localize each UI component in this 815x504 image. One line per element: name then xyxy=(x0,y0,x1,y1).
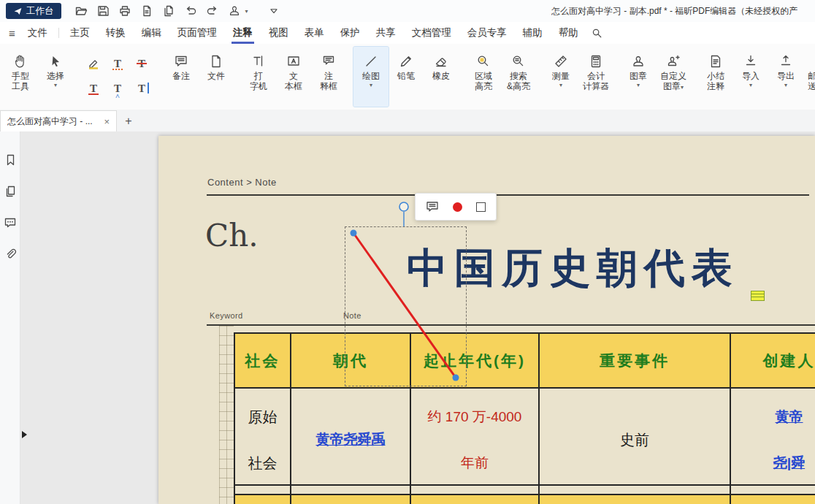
menu-view[interactable]: 视图 xyxy=(261,22,296,44)
workspace-button[interactable]: 工作台 xyxy=(6,3,61,19)
panel-expand-handle[interactable] xyxy=(22,431,27,438)
quick-tool-caret-icon[interactable]: ▾ xyxy=(245,8,248,15)
callout-tool[interactable]: 注 释框 xyxy=(311,47,346,107)
select-tool[interactable]: 选择 ▾ xyxy=(38,47,73,107)
founder-link[interactable]: 黄帝 xyxy=(731,408,815,427)
import-comments-tool[interactable]: 导入 ▾ xyxy=(733,47,768,107)
area-highlight-tool[interactable]: 区域 高亮 xyxy=(466,47,501,107)
menu-doc-management[interactable]: 文档管理 xyxy=(404,22,459,44)
customize-toolbar-icon[interactable] xyxy=(264,2,283,20)
stamp-caret-icon: ▾ xyxy=(637,82,640,88)
menu-home[interactable]: 主页 xyxy=(62,22,98,44)
ruler-icon xyxy=(554,52,568,71)
document-tab[interactable]: 怎么面对高中学习 - ... × xyxy=(0,110,117,131)
notebook-rule xyxy=(207,194,809,196)
stamp-tool[interactable]: 图章 ▾ xyxy=(621,47,656,107)
menu-file[interactable]: 文件 xyxy=(20,22,56,44)
file-attachment-tool[interactable]: 文件 xyxy=(199,47,234,107)
menu-edit[interactable]: 编辑 xyxy=(134,22,169,44)
events-cell: 史前 xyxy=(540,389,731,486)
file-icon xyxy=(209,52,223,71)
pencil-icon xyxy=(399,52,413,71)
note-group: 备注 文件 xyxy=(162,44,235,110)
founder-cell: 黄帝 尧|舜 xyxy=(731,389,815,486)
eraser-tool[interactable]: 橡皮 xyxy=(424,47,459,107)
pages-panel-icon[interactable] xyxy=(4,185,17,198)
insert-text-icon[interactable]: T xyxy=(107,79,129,98)
main-area: Content > Note Ch. 中国历史朝代表 Keyword Note … xyxy=(0,131,815,504)
replace-text-icon[interactable]: T xyxy=(131,79,153,98)
annotation-selection-box[interactable] xyxy=(345,226,467,386)
years-cell: 约 170 万-4000 年前 xyxy=(411,389,540,486)
menu-protect[interactable]: 保护 xyxy=(332,22,368,44)
highlight-icon[interactable] xyxy=(83,54,104,73)
custom-stamp-tool[interactable]: 自定义 图章▾ xyxy=(656,47,691,107)
line-color-swatch[interactable] xyxy=(453,202,462,212)
print-page-icon[interactable] xyxy=(137,2,156,20)
table-row: 原始 社会 黄帝尧舜禹 约 170 万-4000 年前 史前 黄帝 xyxy=(235,389,815,486)
open-icon[interactable] xyxy=(72,2,91,20)
quick-tool-stamp-icon[interactable] xyxy=(225,2,244,20)
tab-close-icon[interactable]: × xyxy=(104,116,110,127)
measure-group: 测量 ▾ 会计 计算器 xyxy=(542,44,615,110)
measure-tool[interactable]: 测量 ▾ xyxy=(543,47,578,107)
new-tab-button[interactable]: + xyxy=(120,112,137,130)
chapter-label: Ch. xyxy=(205,218,259,253)
menu-bar: ≡ 文件 主页 转换 编辑 页面管理 注释 视图 表单 保护 共享 文档管理 会… xyxy=(0,22,815,45)
title-bar: 工作台 ▾ 怎么面对高中学习 - 副本.pdf * - 福昕PDF编辑器（未经授… xyxy=(0,0,815,23)
comments-panel-icon[interactable] xyxy=(4,216,17,229)
print-icon[interactable] xyxy=(115,2,134,20)
attachments-panel-icon[interactable] xyxy=(4,248,17,261)
ribbon: 手型 工具 选择 ▾ T T T T T 备注 文件 xyxy=(0,44,815,110)
strikeout-icon[interactable]: T xyxy=(131,54,153,73)
add-comment-icon[interactable] xyxy=(426,201,439,213)
cursor-icon xyxy=(48,52,63,71)
undo-icon[interactable] xyxy=(181,2,200,20)
table-next-header-row xyxy=(235,495,815,504)
window-title: 怎么面对高中学习 - 副本.pdf * - 福昕PDF编辑器（未经授权的产 xyxy=(551,0,815,22)
measure-caret-icon: ▾ xyxy=(559,82,562,88)
graph-paper-grid xyxy=(219,326,234,504)
summary-comments-tool[interactable]: 小结 注释 xyxy=(698,47,733,107)
search-highlight-tool[interactable]: 搜索 &高亮 xyxy=(501,47,536,107)
pdf-page[interactable]: Content > Note Ch. 中国历史朝代表 Keyword Note … xyxy=(158,136,815,504)
select-caret-icon: ▾ xyxy=(54,82,57,88)
text-box-tool[interactable]: 文 本框 xyxy=(276,47,311,107)
note-annotation-icon[interactable] xyxy=(751,291,765,301)
draw-tool[interactable]: 绘图 ▾ xyxy=(353,47,389,107)
hand-icon xyxy=(12,52,28,71)
menu-share[interactable]: 共享 xyxy=(368,22,404,44)
save-icon[interactable] xyxy=(93,2,112,20)
pointer-group: 手型 工具 选择 ▾ xyxy=(1,44,74,110)
email-fdf-tool[interactable]: 邮件发 送FDF xyxy=(803,47,815,107)
document-canvas[interactable]: Content > Note Ch. 中国历史朝代表 Keyword Note … xyxy=(20,131,815,504)
hamburger-icon[interactable]: ≡ xyxy=(9,27,15,39)
export-comments-tool[interactable]: 导出 ▾ xyxy=(768,47,803,107)
note-tool[interactable]: 备注 xyxy=(164,47,199,107)
menu-member[interactable]: 会员专享 xyxy=(459,22,515,44)
redo-icon[interactable] xyxy=(203,2,222,20)
squiggly-underline-icon[interactable]: T xyxy=(107,54,129,73)
fill-shape-swatch[interactable] xyxy=(476,202,486,212)
typewriter-tool[interactable]: 打 字机 xyxy=(241,47,276,107)
search-icon[interactable] xyxy=(591,27,602,39)
bookmarks-panel-icon[interactable] xyxy=(4,153,17,167)
pencil-tool[interactable]: 铅笔 xyxy=(389,47,424,107)
dynasty-link[interactable]: 黄帝尧舜禹 xyxy=(291,430,410,449)
menu-comment[interactable]: 注释 xyxy=(225,22,261,44)
founder-link[interactable]: 尧|舜 xyxy=(731,454,815,473)
menu-convert[interactable]: 转换 xyxy=(98,22,134,44)
export-icon xyxy=(778,52,793,71)
menu-accessibility[interactable]: 辅助 xyxy=(515,22,551,44)
menu-form[interactable]: 表单 xyxy=(296,22,332,44)
underline-icon[interactable]: T xyxy=(83,79,104,98)
menu-help[interactable]: 帮助 xyxy=(551,22,586,44)
hand-tool[interactable]: 手型 工具 xyxy=(3,47,38,107)
new-from-file-icon[interactable] xyxy=(159,2,178,20)
rotate-handle[interactable] xyxy=(399,202,408,211)
menu-page-management[interactable]: 页面管理 xyxy=(169,22,225,44)
import-caret-icon: ▾ xyxy=(749,82,752,88)
calculator-tool[interactable]: 会计 计算器 xyxy=(578,47,613,107)
menu-separator xyxy=(58,28,59,38)
header-events: 重要事件 xyxy=(540,334,731,389)
